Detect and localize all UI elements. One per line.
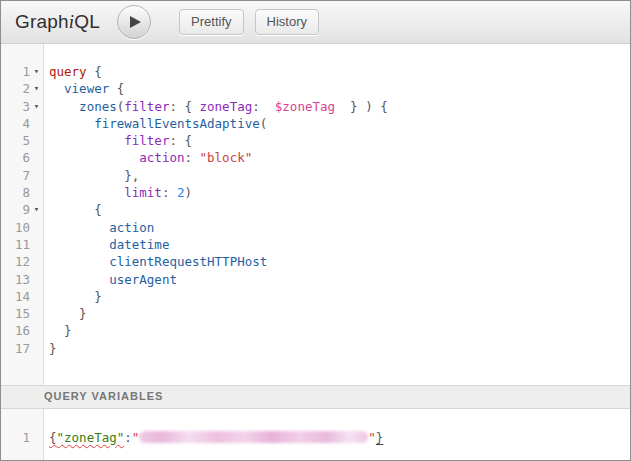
code-token: } (94, 289, 102, 304)
code-line-10[interactable]: action (49, 219, 630, 236)
code-line-1[interactable]: query { (49, 63, 630, 80)
code-token: action (139, 150, 184, 165)
code-line-5[interactable]: filter: { (49, 132, 630, 149)
prettify-button[interactable]: Prettify (179, 9, 243, 35)
gutter-row: 12 (1, 253, 43, 270)
line-number: 15 (1, 305, 30, 322)
code-line-15[interactable]: } (49, 305, 630, 322)
code-token: } ) { (335, 99, 388, 114)
fold-spacer (30, 115, 43, 132)
code-token: " (132, 430, 140, 445)
logo-text-ql: QL (74, 11, 100, 32)
gutter-row: 9▾ (1, 201, 43, 218)
code-token (49, 185, 124, 200)
gutter-row: 6 (1, 149, 43, 166)
fold-chevron-down-icon[interactable]: ▾ (30, 80, 43, 97)
code-token: } (64, 323, 72, 338)
code-token (49, 99, 79, 114)
code-token (49, 150, 139, 165)
graphiql-window: GraphiQL Prettify History 1▾2▾3▾456789▾1… (0, 0, 631, 461)
code-token: clientRequestHTTPHost (109, 254, 267, 269)
code-token: 2 (177, 185, 185, 200)
gutter-row: 17 (1, 340, 43, 357)
history-button[interactable]: History (255, 9, 319, 35)
gutter-row: 4 (1, 115, 43, 132)
gutter-row: 13 (1, 271, 43, 288)
line-number: 8 (1, 184, 30, 201)
fold-chevron-down-icon[interactable]: ▾ (30, 98, 43, 115)
variables-editor: 1 {"zoneTag":""} (1, 409, 630, 460)
line-number: 2 (1, 80, 30, 97)
code-line-6[interactable]: action: "block" (49, 149, 630, 166)
fold-spacer (30, 340, 43, 357)
fold-spacer (30, 236, 43, 253)
code-token: { (94, 202, 102, 217)
code-line-13[interactable]: userAgent (49, 271, 630, 288)
code-line-4[interactable]: firewallEventsAdaptive( (49, 115, 630, 132)
code-token (49, 272, 109, 287)
code-token: : (162, 185, 177, 200)
line-number: 17 (1, 340, 30, 357)
code-line-7[interactable]: }, (49, 167, 630, 184)
code-token (49, 254, 109, 269)
gutter-row: 15 (1, 305, 43, 322)
code-token: filter (124, 99, 169, 114)
fold-spacer (30, 429, 43, 446)
line-number: 4 (1, 115, 30, 132)
code-token: query (49, 64, 87, 79)
execute-query-button[interactable] (117, 5, 151, 39)
fold-chevron-down-icon[interactable]: ▾ (30, 63, 43, 80)
code-line-1[interactable]: {"zoneTag":""} (49, 429, 630, 446)
code-line-17[interactable]: } (49, 340, 630, 357)
code-token (49, 168, 124, 183)
variables-editor-gutter: 1 (1, 409, 44, 460)
code-line-12[interactable]: clientRequestHTTPHost (49, 253, 630, 270)
fold-chevron-down-icon[interactable]: ▾ (30, 201, 43, 218)
code-token: : (252, 99, 275, 114)
variables-editor-code[interactable]: {"zoneTag":""} (44, 409, 630, 460)
code-line-8[interactable]: limit: 2) (49, 184, 630, 201)
gutter-row: 8 (1, 184, 43, 201)
code-token: zones (79, 99, 117, 114)
gutter-row: 7 (1, 167, 43, 184)
code-line-9[interactable]: { (49, 201, 630, 218)
code-token (49, 289, 94, 304)
code-line-3[interactable]: zones(filter: { zoneTag: $zoneTag } ) { (49, 98, 630, 115)
code-token (49, 323, 64, 338)
line-number: 5 (1, 132, 30, 149)
code-token: " (368, 430, 376, 445)
redacted-zone-tag-value (139, 431, 368, 443)
code-token: firewallEventsAdaptive (94, 116, 260, 131)
code-line-16[interactable]: } (49, 322, 630, 339)
line-number: 16 (1, 322, 30, 339)
query-variables-title-bar[interactable]: QUERY VARIABLES (1, 385, 630, 409)
line-number: 7 (1, 167, 30, 184)
code-token: "zoneTag" (57, 430, 125, 445)
code-token: { (109, 81, 124, 96)
query-editor-code[interactable]: query { viewer { zones(filter: { zoneTag… (44, 44, 630, 385)
gutter-row: 2▾ (1, 80, 43, 97)
code-line-2[interactable]: viewer { (49, 80, 630, 97)
line-number: 11 (1, 236, 30, 253)
code-token: { (87, 64, 102, 79)
code-token: : { (169, 133, 192, 148)
code-line-11[interactable]: datetime (49, 236, 630, 253)
fold-spacer (30, 253, 43, 270)
fold-spacer (30, 149, 43, 166)
code-token (49, 237, 109, 252)
code-token: datetime (109, 237, 169, 252)
gutter-row: 14 (1, 288, 43, 305)
line-number: 12 (1, 253, 30, 270)
code-token: limit (124, 185, 162, 200)
code-line-14[interactable]: } (49, 288, 630, 305)
gutter-row: 1 (1, 429, 43, 446)
line-number: 9 (1, 201, 30, 218)
gutter-row: 5 (1, 132, 43, 149)
code-token: }, (124, 168, 139, 183)
code-token (49, 220, 109, 235)
code-token: : (184, 150, 199, 165)
gutter-row: 16 (1, 322, 43, 339)
code-token: : (124, 430, 132, 445)
fold-spacer (30, 288, 43, 305)
query-editor: 1▾2▾3▾456789▾1011121314151617 query { vi… (1, 44, 630, 385)
